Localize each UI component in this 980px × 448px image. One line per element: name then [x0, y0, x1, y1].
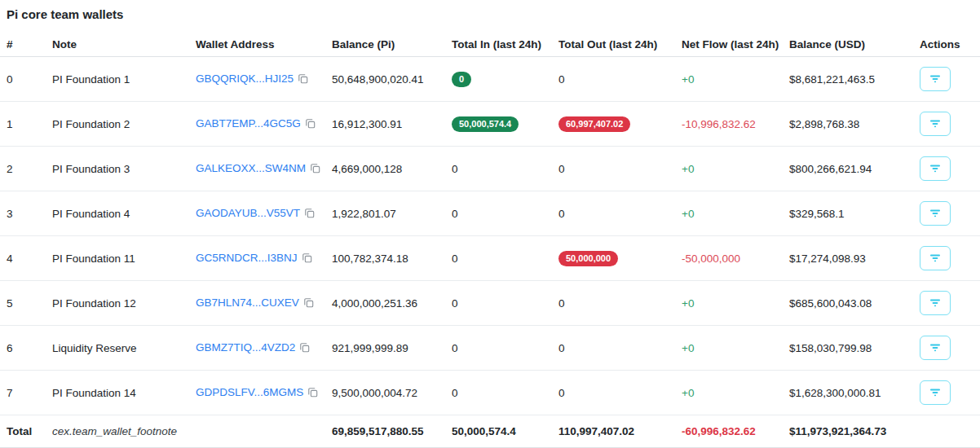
col-header-balance-pi: Balance (Pi) [325, 33, 445, 57]
wallet-note: PI Foundation 1 [46, 57, 189, 102]
total-wallet-address-cell [189, 415, 325, 448]
total-out-value: 50,000,000 [558, 251, 618, 266]
wallet-address-link[interactable]: GDPDSLFV...6MGMS [196, 386, 303, 398]
row-filter-button[interactable] [920, 291, 951, 315]
wallet-address-cell: GB7HLN74...CUXEV [189, 281, 325, 326]
table-row: 2 PI Foundation 3 GALKEOXX...SW4NM 4,669… [0, 147, 980, 191]
table-row: 4 PI Foundation 11 GC5RNDCR...I3BNJ 100,… [0, 236, 980, 281]
total-out-value: 60,997,407.02 [558, 116, 630, 132]
wallet-address-link[interactable]: GABT7EMP...4GC5G [196, 117, 301, 130]
table-body: 0 PI Foundation 1 GBQQRIQK...HJI25 50,64… [0, 57, 980, 415]
row-filter-button[interactable] [920, 156, 951, 181]
row-index: 5 [0, 281, 46, 326]
wallet-address-cell: GALKEOXX...SW4NM [189, 147, 325, 191]
balance-usd: $800,266,621.94 [783, 147, 913, 191]
table-header-row: # Note Wallet Address Balance (Pi) Total… [0, 33, 980, 57]
wallet-address-cell: GBQQRIQK...HJI25 [189, 57, 325, 102]
col-header-actions: Actions [913, 33, 980, 57]
wallet-note: Liquidity Reserve [46, 326, 189, 371]
total-out-value: 0 [558, 297, 565, 310]
balance-usd: $1,628,300,000.81 [783, 371, 913, 415]
col-header-index: # [0, 33, 46, 57]
row-filter-button[interactable] [920, 336, 951, 360]
wallet-note: PI Foundation 11 [46, 236, 189, 281]
wallet-address-cell: GDPDSLFV...6MGMS [189, 371, 325, 415]
wallet-address-link[interactable]: GALKEOXX...SW4NM [196, 162, 306, 174]
copy-icon[interactable] [298, 73, 308, 86]
row-index: 1 [0, 102, 46, 147]
total-out-value: 0 [558, 163, 565, 175]
col-header-wallet-address: Wallet Address [189, 33, 325, 57]
filter-icon [929, 74, 941, 84]
wallet-note: PI Foundation 14 [46, 371, 189, 415]
total-out-value: 0 [558, 342, 565, 354]
balance-pi: 1,922,801.07 [325, 191, 445, 236]
total-label: Total [0, 415, 46, 448]
row-index: 4 [0, 236, 46, 281]
wallet-address-link[interactable]: GBMZ7TIQ...4VZD2 [196, 341, 295, 354]
copy-icon[interactable] [304, 208, 315, 221]
copy-icon[interactable] [299, 342, 310, 355]
total-in-value: 50,000,574.4 [452, 116, 519, 132]
balance-usd: $17,274,098.93 [783, 236, 913, 281]
total-total-out: 110,997,407.02 [552, 415, 675, 448]
row-filter-button[interactable] [920, 380, 951, 405]
net-flow-value: +0 [682, 208, 694, 220]
wallet-address-link[interactable]: GB7HLN74...CUXEV [196, 296, 299, 309]
wallet-address-link[interactable]: GC5RNDCR...I3BNJ [196, 252, 298, 264]
col-header-balance-usd: Balance (USD) [783, 33, 913, 57]
balance-pi: 4,000,000,251.36 [325, 281, 445, 326]
copy-icon[interactable] [302, 253, 312, 266]
filter-icon [929, 253, 941, 263]
wallet-note: PI Foundation 12 [46, 281, 189, 326]
total-in-value: 0 [452, 387, 458, 399]
net-flow-value: -50,000,000 [682, 253, 740, 265]
net-flow-value: +0 [682, 342, 694, 354]
total-in-value: 0 [452, 253, 458, 265]
copy-icon[interactable] [307, 387, 318, 400]
net-flow-value: -10,996,832.62 [682, 118, 756, 130]
col-header-total-in: Total In (last 24h) [445, 33, 552, 57]
filter-icon [929, 388, 941, 397]
total-actions-cell [913, 415, 980, 448]
row-index: 7 [0, 371, 46, 415]
col-header-note: Note [46, 33, 189, 57]
total-balance-pi: 69,859,517,880.55 [325, 415, 445, 448]
total-in-value: 0 [452, 163, 458, 175]
copy-icon[interactable] [305, 118, 316, 131]
total-in-value: 0 [452, 72, 471, 87]
page-title: Pi core team wallets [0, 0, 980, 22]
table-row: 3 PI Foundation 4 GAODAYUB...V55VT 1,922… [0, 191, 980, 236]
total-in-value: 0 [452, 342, 458, 354]
copy-icon[interactable] [303, 297, 314, 310]
balance-usd: $158,030,799.98 [783, 326, 913, 371]
balance-usd: $8,681,221,463.5 [783, 57, 913, 102]
row-index: 0 [0, 57, 46, 102]
col-header-net-flow: Net Flow (last 24h) [675, 33, 783, 57]
filter-icon [929, 119, 941, 129]
row-filter-button[interactable] [920, 201, 951, 226]
copy-icon[interactable] [310, 163, 320, 176]
balance-pi: 16,912,300.91 [325, 102, 445, 147]
net-flow-value: +0 [682, 387, 694, 399]
row-filter-button[interactable] [920, 112, 951, 136]
row-filter-button[interactable] [920, 246, 951, 270]
table-row: 7 PI Foundation 14 GDPDSLFV...6MGMS 9,50… [0, 371, 980, 415]
table-row: 6 Liquidity Reserve GBMZ7TIQ...4VZD2 921… [0, 326, 980, 371]
filter-icon [929, 164, 941, 173]
wallet-address-link[interactable]: GBQQRIQK...HJI25 [196, 72, 294, 85]
total-out-value: 0 [558, 208, 565, 220]
row-index: 3 [0, 191, 46, 236]
filter-icon [929, 343, 941, 353]
wallet-note: PI Foundation 3 [46, 147, 189, 191]
filter-icon [929, 209, 941, 218]
balance-usd: $329,568.1 [783, 191, 913, 236]
net-flow-value: +0 [682, 73, 694, 86]
balance-pi: 50,648,900,020.41 [325, 57, 445, 102]
total-in-value: 0 [452, 208, 458, 220]
wallet-note: PI Foundation 4 [46, 191, 189, 236]
row-filter-button[interactable] [920, 67, 951, 91]
wallet-address-link[interactable]: GAODAYUB...V55VT [196, 207, 300, 219]
balance-pi: 9,500,000,004.72 [325, 371, 445, 415]
total-out-value: 0 [558, 387, 565, 399]
